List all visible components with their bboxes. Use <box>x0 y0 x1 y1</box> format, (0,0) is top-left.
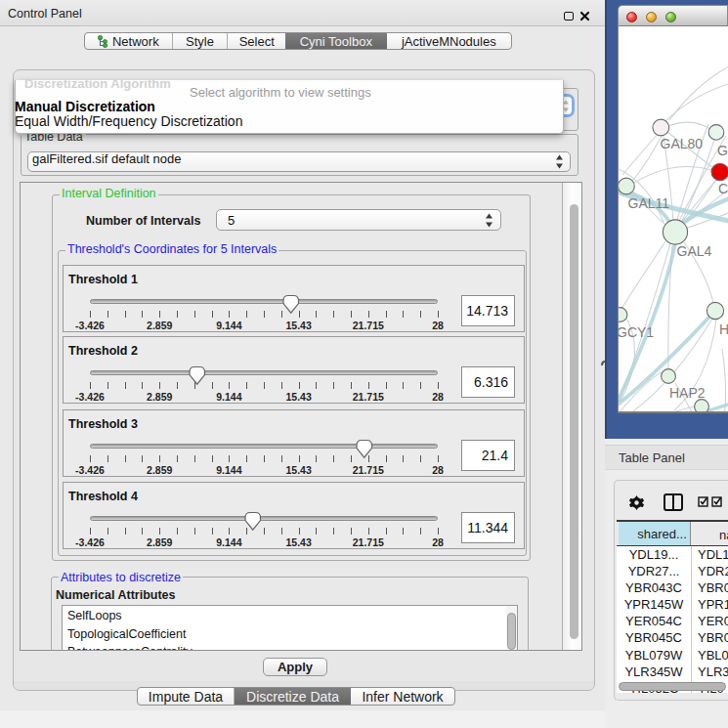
svg-text:GAL11: GAL11 <box>628 195 670 211</box>
svg-text:HAP2: HAP2 <box>669 385 706 401</box>
svg-text:GAL4: GAL4 <box>677 243 712 259</box>
svg-text:GAL80: GAL80 <box>661 136 704 151</box>
svg-text:H: H <box>719 321 728 337</box>
svg-text:GCY1: GCY1 <box>619 324 654 340</box>
svg-text:C: C <box>718 181 728 196</box>
svg-text:GA: GA <box>717 143 728 158</box>
